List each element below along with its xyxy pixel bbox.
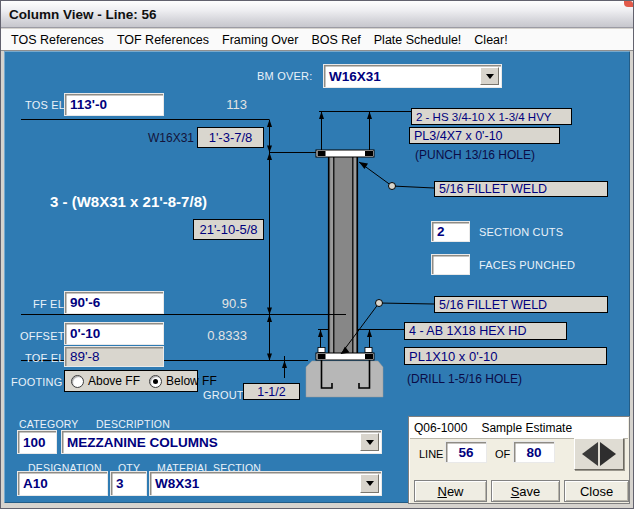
- total-lines-field[interactable]: 80: [513, 441, 555, 463]
- tos-el-field[interactable]: 113'-0: [64, 93, 164, 116]
- line-number-value: 56: [458, 445, 473, 460]
- category-value: 100: [23, 435, 46, 450]
- qty-field[interactable]: 3: [110, 471, 147, 496]
- line-number-field[interactable]: 56: [445, 441, 487, 463]
- tof-el-label: TOF EL: [25, 352, 65, 364]
- column-length-dimension-box: 21'-10-5/8: [193, 219, 264, 240]
- previous-record-icon[interactable]: [582, 442, 598, 466]
- chevron-down-icon: [486, 74, 494, 79]
- category-field[interactable]: 100: [17, 430, 57, 454]
- column-piece-mark: 3 - (W8X31 x 21'-8-7/8): [50, 193, 207, 210]
- bm-over-value: W16X31: [329, 69, 381, 84]
- tos-el-decimal: 113: [211, 97, 247, 112]
- designation-value: A10: [23, 476, 48, 491]
- footing-label: FOOTING: [11, 376, 63, 388]
- designation-field[interactable]: A10: [17, 471, 108, 496]
- footing-below-ff-label: Below FF: [166, 374, 217, 388]
- menu-tof-references[interactable]: TOF References: [117, 33, 209, 47]
- menu-framing-over[interactable]: Framing Over: [222, 33, 298, 47]
- estimate-header: Q06-1000 Sample Estimate: [410, 418, 628, 439]
- radio-icon[interactable]: [149, 375, 162, 388]
- next-record-icon[interactable]: [600, 442, 616, 466]
- menu-tos-references[interactable]: TOS References: [11, 33, 104, 47]
- bm-over-dropdown-button[interactable]: [480, 67, 499, 85]
- material-section-value: W8X31: [155, 476, 199, 491]
- ff-el-value: 90'-6: [70, 295, 100, 310]
- radio-icon[interactable]: [71, 375, 84, 388]
- section-cuts-value: 2: [437, 224, 445, 239]
- anchor-bolts-callout: 4 - AB 1X18 HEX HD: [404, 322, 567, 340]
- menu-plate-schedule[interactable]: Plate Schedule!: [374, 33, 462, 47]
- offset-label: OFFSET: [20, 330, 65, 342]
- estimate-name: Sample Estimate: [481, 421, 572, 435]
- save-button[interactable]: Save: [491, 480, 560, 502]
- section-cuts-field[interactable]: 2: [431, 221, 470, 242]
- description-label: DESCRIPTION: [96, 418, 170, 430]
- top-bolts-callout: 2 - HS 3/4-10 X 1-3/4 HVY: [411, 108, 572, 125]
- tof-el-value: 89'-8: [70, 349, 100, 364]
- qty-value: 3: [116, 476, 124, 491]
- chevron-down-icon: [366, 481, 374, 486]
- faces-punched-label: FACES PUNCHED: [479, 259, 575, 271]
- top-offset-dimension-box: 1'-3-7/8: [197, 127, 264, 148]
- title-bar: Column View - Line: 56: [1, 1, 633, 28]
- offset-field[interactable]: 0'-10: [64, 322, 164, 345]
- menu-bar: TOS References TOF References Framing Ov…: [1, 29, 633, 51]
- description-combo[interactable]: MEZZANINE COLUMNS: [61, 430, 382, 454]
- section-cuts-label: SECTION CUTS: [479, 226, 563, 238]
- base-plate-note: (DRILL 1-5/16 HOLE): [407, 372, 522, 386]
- grout-value-box: 1-1/2: [243, 383, 300, 400]
- material-dropdown-button[interactable]: [360, 474, 379, 493]
- menu-bos-ref[interactable]: BOS Ref: [311, 33, 360, 47]
- category-label: CATEGORY: [19, 418, 79, 430]
- bottom-weld-callout: 5/16 FILLET WELD: [434, 296, 608, 313]
- tos-el-label: TOS EL: [25, 99, 65, 111]
- description-value: MEZZANINE COLUMNS: [67, 435, 218, 450]
- column-view-window: Column View - Line: 56 TOS References TO…: [0, 0, 634, 509]
- new-button[interactable]: New: [414, 480, 487, 502]
- top-weld-callout: 5/16 FILLET WELD: [434, 181, 608, 197]
- footing-above-ff-label: Above FF: [88, 374, 140, 388]
- base-plate-callout: PL1X10 x 0'-10: [404, 347, 607, 365]
- faces-punched-field[interactable]: [431, 254, 470, 275]
- line-label: LINE: [419, 448, 443, 460]
- footing-below-ff-option[interactable]: Below FF: [149, 374, 217, 388]
- top-plate-callout: PL3/4X7 x 0'-10: [409, 127, 560, 144]
- estimate-panel: Q06-1000 Sample Estimate LINE 56 OF 80 N…: [408, 416, 630, 504]
- top-plate-note: (PUNCH 13/16 HOLE): [415, 148, 535, 162]
- offset-value: 0'-10: [70, 326, 100, 341]
- window-title: Column View - Line: 56: [9, 7, 157, 22]
- estimate-job-number: Q06-1000: [414, 421, 467, 435]
- tos-el-value: 113'-0: [70, 97, 107, 112]
- footing-above-ff-option[interactable]: Above FF: [71, 374, 140, 388]
- offset-decimal: 0.8333: [197, 328, 247, 343]
- close-button[interactable]: Close: [564, 480, 629, 502]
- tof-el-field: 89'-8: [64, 346, 164, 367]
- beam-over-annotation: W16X31: [148, 131, 194, 145]
- bm-over-combo[interactable]: W16X31: [323, 64, 502, 88]
- footing-radio-group: Above FF Below FF: [64, 370, 198, 392]
- material-section-combo[interactable]: W8X31: [149, 471, 382, 496]
- ff-el-label: FF EL: [33, 298, 64, 310]
- of-label: OF: [495, 448, 510, 460]
- close-button-sliver[interactable]: [624, 1, 633, 7]
- grout-label: GROUT:: [203, 389, 246, 401]
- description-dropdown-button[interactable]: [360, 433, 379, 451]
- bm-over-label: BM OVER:: [257, 70, 312, 82]
- total-lines-value: 80: [526, 445, 541, 460]
- record-navigation-button[interactable]: [574, 438, 624, 470]
- chevron-down-icon: [366, 440, 374, 445]
- ff-el-field[interactable]: 90'-6: [64, 291, 164, 314]
- ff-el-decimal: 90.5: [205, 296, 247, 311]
- menu-clear[interactable]: Clear!: [474, 33, 507, 47]
